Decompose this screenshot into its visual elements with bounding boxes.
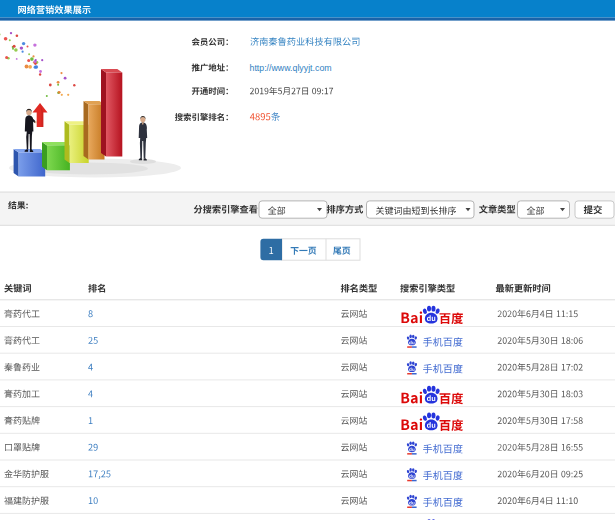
- svg-text:http://www.qlyyjt.com: http://www.qlyyjt.com: [250, 63, 332, 73]
